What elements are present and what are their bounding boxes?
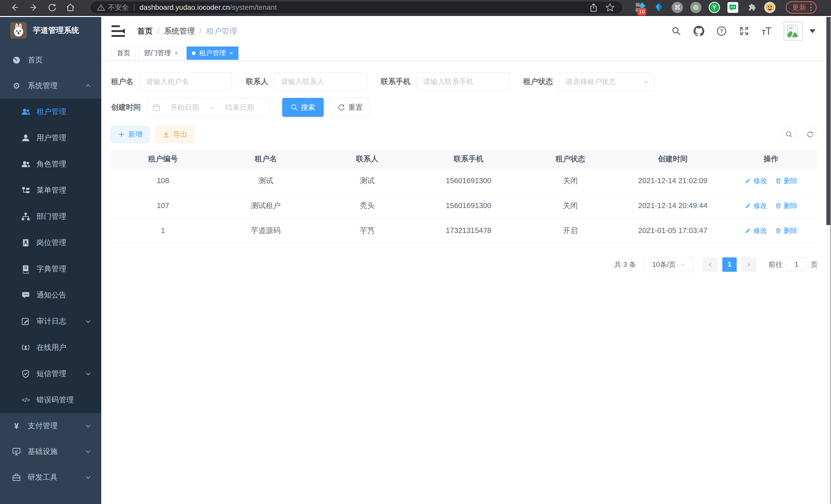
delete-link[interactable]: 删除 bbox=[775, 226, 798, 235]
cell-tenant-id: 108 bbox=[111, 168, 215, 193]
tenant-name-label: 租户名 bbox=[111, 77, 133, 87]
sidebar-item-payment[interactable]: ¥ 支付管理 bbox=[0, 413, 101, 439]
delete-link[interactable]: 删除 bbox=[775, 176, 798, 185]
share-icon[interactable] bbox=[589, 2, 599, 12]
sidebar-item-home[interactable]: 首页 bbox=[0, 47, 101, 73]
sidebar-item-sms-management[interactable]: 短信管理 bbox=[0, 361, 101, 387]
extension-kite-icon[interactable] bbox=[653, 2, 665, 13]
edit-link[interactable]: 修改 bbox=[745, 226, 767, 235]
cell-tenant-id: 107 bbox=[111, 193, 215, 218]
fullscreen-icon[interactable] bbox=[739, 25, 750, 37]
prev-page-button[interactable] bbox=[703, 258, 718, 272]
extension-tag-icon[interactable]: 10 bbox=[634, 2, 646, 13]
browser-reload-icon[interactable] bbox=[47, 2, 57, 12]
sidebar-item-infrastructure[interactable]: 基础设施 bbox=[0, 439, 101, 465]
sidebar-item-dev-tools[interactable]: 研发工具 bbox=[0, 465, 101, 490]
col-contact: 联系人 bbox=[317, 150, 418, 168]
sidebar-item-post-management[interactable]: 岗位管理 bbox=[0, 230, 101, 256]
tags-view-bar: 首页 部门管理 × 租户管理 × bbox=[101, 45, 827, 61]
extension-record-icon[interactable] bbox=[690, 2, 702, 13]
sidebar-item-user-management[interactable]: 用户管理 bbox=[0, 125, 101, 151]
extensions-puzzle-icon[interactable] bbox=[745, 2, 757, 13]
edit-pen-icon bbox=[745, 202, 751, 209]
next-page-button[interactable] bbox=[741, 258, 756, 272]
sidebar-item-error-code[interactable]: </> 错误码管理 bbox=[0, 387, 101, 413]
address-bar[interactable]: 不安全 dashboard.yudao.iocoder.cn/system/te… bbox=[90, 2, 622, 13]
add-button[interactable]: 新增 bbox=[111, 126, 149, 143]
goto-page-input[interactable] bbox=[786, 258, 807, 272]
filter-row-1: 租户名 联系人 联系手机 租户状态 请选择租户状态 bbox=[111, 72, 818, 91]
search-icon bbox=[291, 104, 298, 111]
refresh-table-button[interactable] bbox=[803, 127, 818, 142]
page-number-button[interactable]: 1 bbox=[722, 258, 737, 272]
mobile-input[interactable] bbox=[417, 72, 509, 91]
contact-label: 联系人 bbox=[246, 77, 268, 87]
refresh-icon bbox=[338, 104, 345, 111]
sidebar-collapse-icon[interactable] bbox=[111, 25, 125, 37]
browser-back-icon[interactable] bbox=[10, 2, 20, 12]
profile-avatar-icon[interactable] bbox=[764, 2, 776, 13]
tenant-name-input[interactable] bbox=[140, 72, 232, 91]
toolbox-icon bbox=[12, 473, 21, 482]
create-time-label: 创建时间 bbox=[111, 102, 141, 113]
status-select[interactable]: 请选择租户状态 bbox=[559, 72, 655, 91]
close-icon[interactable]: × bbox=[229, 50, 233, 56]
breadcrumb-home[interactable]: 首页 bbox=[137, 26, 153, 36]
sidebar-item-role-management[interactable]: 角色管理 bbox=[0, 151, 101, 177]
sidebar-item-dict-management[interactable]: 字典管理 bbox=[0, 256, 101, 282]
url-host: dashboard.yudao.iocoder.cn bbox=[140, 3, 230, 11]
tab-home[interactable]: 首页 bbox=[112, 47, 136, 60]
search-icon[interactable] bbox=[671, 25, 682, 37]
sidebar-item-online-users[interactable]: 在线用户 bbox=[0, 334, 101, 361]
date-range-picker[interactable]: 开始日期 - 结束日期 bbox=[147, 98, 270, 117]
page-size-select[interactable]: 10条/页 bbox=[644, 257, 693, 272]
header-actions: ? bbox=[659, 22, 815, 40]
github-icon[interactable] bbox=[693, 25, 705, 37]
help-icon[interactable]: ? bbox=[716, 25, 727, 37]
sidebar-item-tenant-management[interactable]: 租户管理 bbox=[0, 99, 101, 125]
sidebar-item-menu-management[interactable]: 菜单管理 bbox=[0, 177, 101, 203]
edit-link[interactable]: 修改 bbox=[745, 201, 767, 210]
tenants-icon bbox=[21, 107, 30, 116]
sidebar-item-notice[interactable]: 通知公告 bbox=[0, 282, 101, 308]
tab-dept-management[interactable]: 部门管理 × bbox=[139, 47, 183, 60]
sidebar-item-audit-log[interactable]: 审计日志 bbox=[0, 308, 101, 334]
more-menu-icon[interactable] bbox=[810, 4, 812, 11]
table-row: 107 测试租户 秃头 15601691300 关闭 2021-12-14 20… bbox=[111, 193, 818, 218]
extension-y-logo-icon[interactable]: Y bbox=[709, 2, 720, 13]
sidebar-item-system-management[interactable]: ⚙ 系统管理 bbox=[0, 73, 101, 99]
edit-link[interactable]: 修改 bbox=[745, 176, 767, 185]
chevron-down-icon bbox=[85, 318, 91, 325]
extension-chat-icon[interactable] bbox=[727, 2, 739, 13]
toggle-search-button[interactable] bbox=[782, 127, 797, 142]
reset-button[interactable]: 重置 bbox=[331, 98, 370, 117]
cell-tenant-name: 芋道源码 bbox=[215, 218, 317, 243]
chevron-right-icon bbox=[746, 262, 752, 267]
cell-tenant-name: 测试 bbox=[215, 168, 317, 193]
breadcrumb-section[interactable]: 系统管理 bbox=[164, 26, 195, 36]
browser-forward-icon[interactable] bbox=[28, 2, 38, 12]
app-window: 不安全 dashboard.yudao.iocoder.cn/system/te… bbox=[0, 0, 831, 504]
user-avatar[interactable] bbox=[784, 22, 803, 40]
table-tools bbox=[775, 127, 818, 142]
avatar-dropdown-caret-icon[interactable] bbox=[809, 29, 815, 33]
search-button[interactable]: 搜索 bbox=[282, 98, 324, 117]
bookmark-star-icon[interactable] bbox=[605, 2, 615, 12]
export-button[interactable]: 导出 bbox=[156, 126, 194, 143]
sidebar-item-dept-management[interactable]: 部门管理 bbox=[0, 203, 101, 230]
security-label[interactable]: 不安全 bbox=[108, 3, 129, 12]
close-icon[interactable]: × bbox=[174, 50, 178, 56]
delete-link[interactable]: 删除 bbox=[775, 201, 798, 210]
gear-icon: ⚙ bbox=[12, 82, 21, 90]
browser-home-icon[interactable] bbox=[65, 2, 76, 12]
download-icon bbox=[163, 131, 170, 138]
edit-pen-icon bbox=[745, 227, 751, 234]
extension-command-icon[interactable]: ⌘ bbox=[671, 2, 683, 13]
browser-update-button[interactable]: 更新 bbox=[786, 1, 816, 13]
app-logo[interactable]: 芋道管理系统 bbox=[0, 17, 101, 44]
tab-tenant-management[interactable]: 租户管理 × bbox=[187, 47, 238, 60]
page-unit-label: 页 bbox=[811, 260, 818, 269]
svg-text:?: ? bbox=[720, 28, 723, 34]
contact-input[interactable] bbox=[275, 72, 367, 91]
font-size-icon[interactable] bbox=[761, 25, 772, 37]
